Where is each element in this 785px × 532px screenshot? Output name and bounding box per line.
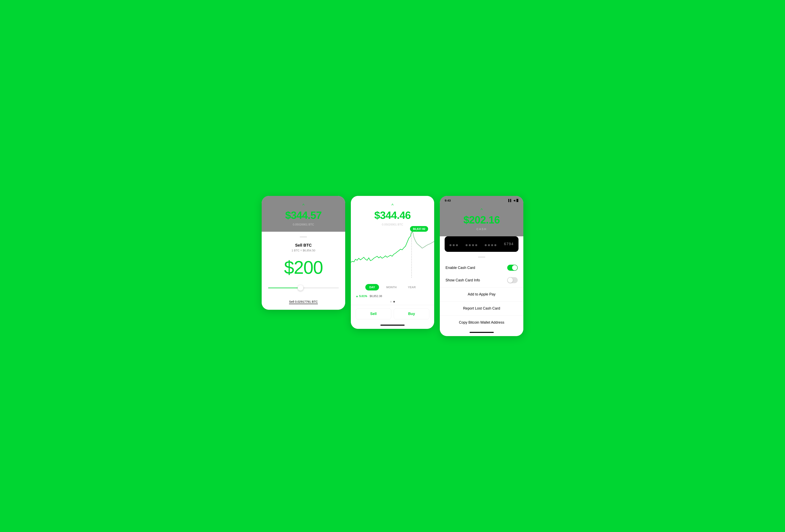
screen2-header: ^ $344.46 0.05026901 BTC xyxy=(351,196,434,226)
chevron-up-icon[interactable]: ^ xyxy=(302,203,304,208)
status-bar: 9:43 ▌▌ ◀ ▉ xyxy=(440,196,523,204)
report-lost-cash-card-button[interactable]: Report Lost Cash Card xyxy=(440,302,523,315)
screen-cash-card: 9:43 ▌▌ ◀ ▉ ^ $202.16 CASH xyxy=(440,196,523,336)
cash-card-visual: 6794 xyxy=(445,236,518,252)
btc-quantity-2: 0.05026901 BTC xyxy=(382,223,403,226)
tab-day[interactable]: DAY xyxy=(365,284,379,290)
price-change-pct: ▲ 5.01% xyxy=(356,294,367,298)
btc-price-display-2: $344.46 xyxy=(374,209,411,221)
home-indicator-3 xyxy=(470,332,494,333)
btc-chart-svg xyxy=(351,226,434,278)
card-dot xyxy=(472,244,474,246)
screen1-header: ^ $344.57 0.05026901 BTC xyxy=(262,196,345,232)
card-dots-3 xyxy=(485,244,496,246)
card-dot xyxy=(456,244,458,246)
chart-stats: ▲ 5.01% $6,852.38 xyxy=(351,293,434,301)
card-dots-2 xyxy=(465,244,477,246)
enable-cash-card-toggle[interactable] xyxy=(507,265,518,271)
home-indicator-area-2 xyxy=(351,323,434,329)
add-to-apple-pay-button[interactable]: Add to Apple Pay xyxy=(440,288,523,300)
enable-cash-card-row: Enable Cash Card xyxy=(440,262,523,274)
home-indicator-2 xyxy=(380,325,405,326)
copy-bitcoin-wallet-button[interactable]: Copy Bitcoin Wallet Address xyxy=(440,316,523,329)
divider-3 xyxy=(440,315,523,316)
card-last4: 6794 xyxy=(504,242,514,246)
screens-container: ^ $344.57 0.05026901 BTC Sell BTC 1 BTC … xyxy=(262,196,523,336)
sheet-drag-handle[interactable] xyxy=(478,257,485,258)
card-dot xyxy=(465,244,467,246)
btc-price-display: $344.57 xyxy=(285,209,322,221)
sell-btc-amount: Sell 0.02917791 BTC xyxy=(289,300,318,304)
battery-icon: ▉ xyxy=(516,199,518,202)
slider-track xyxy=(268,288,339,288)
card-dot xyxy=(488,244,490,246)
status-icons: ▌▌ ◀ ▉ xyxy=(508,199,518,202)
cash-label: CASH xyxy=(476,228,487,231)
chevron-up-icon-2[interactable]: ^ xyxy=(391,203,394,208)
card-dot xyxy=(469,244,471,246)
show-cash-card-info-label: Show Cash Card Info xyxy=(446,278,480,283)
signal-icon: ▌▌ xyxy=(508,199,512,202)
sell-btc-footer: Sell 0.02917791 BTC xyxy=(289,300,318,303)
tab-month[interactable]: MONTH xyxy=(382,284,401,290)
page-dots xyxy=(351,301,434,305)
enable-cash-card-label: Enable Cash Card xyxy=(446,266,475,270)
dot-1 xyxy=(390,301,392,302)
wifi-icon: ◀ xyxy=(513,199,515,202)
drag-handle[interactable] xyxy=(300,237,307,237)
sell-button[interactable]: Sell xyxy=(356,308,391,319)
screen-sell-btc: ^ $344.57 0.05026901 BTC Sell BTC 1 BTC … xyxy=(262,196,345,310)
card-dot xyxy=(453,244,455,246)
sell-rate: 1 BTC = $6,854.50 xyxy=(292,249,315,252)
show-cash-card-info-row: Show Cash Card Info xyxy=(440,274,523,286)
dot-2 xyxy=(393,301,395,302)
btc-quantity: 0.05026901 BTC xyxy=(293,223,314,226)
slider-thumb[interactable] xyxy=(298,285,303,291)
screen1-sell-panel: Sell BTC 1 BTC = $6,854.50 $200 Sell 0.0… xyxy=(262,232,345,310)
card-dot xyxy=(475,244,477,246)
cash-amount: $202.16 xyxy=(463,214,500,226)
home-indicator-area-3 xyxy=(440,329,523,336)
card-dot xyxy=(450,244,452,246)
settings-sheet: Enable Cash Card Show Cash Card Info Add… xyxy=(440,254,523,329)
screen-btc-chart: ^ $344.46 0.05026901 BTC $6,637.92 DAY M… xyxy=(351,196,434,329)
sell-amount-display: $200 xyxy=(284,259,323,276)
buy-sell-actions: Sell Buy xyxy=(351,305,434,323)
card-dot xyxy=(491,244,493,246)
amount-slider[interactable] xyxy=(268,285,339,291)
chart-wrapper: $6,637.92 xyxy=(351,226,434,278)
toggle-thumb-off xyxy=(508,277,513,283)
screen3-header: ^ $202.16 CASH xyxy=(440,204,523,236)
toggle-thumb-on xyxy=(512,265,517,270)
status-time: 9:43 xyxy=(445,199,451,202)
card-dot xyxy=(495,244,496,246)
buy-button[interactable]: Buy xyxy=(394,308,429,319)
card-dots-1 xyxy=(450,244,458,246)
show-cash-card-info-toggle[interactable] xyxy=(507,277,518,283)
tab-year[interactable]: YEAR xyxy=(404,284,420,290)
card-dot xyxy=(485,244,487,246)
chart-tabs: DAY MONTH YEAR xyxy=(351,282,434,293)
chevron-up-icon-3[interactable]: ^ xyxy=(481,208,483,212)
chart-section: $6,637.92 xyxy=(351,226,434,282)
current-price: $6,852.38 xyxy=(370,294,382,298)
chart-tooltip: $6,637.92 xyxy=(410,226,428,232)
sell-title: Sell BTC xyxy=(295,243,311,247)
